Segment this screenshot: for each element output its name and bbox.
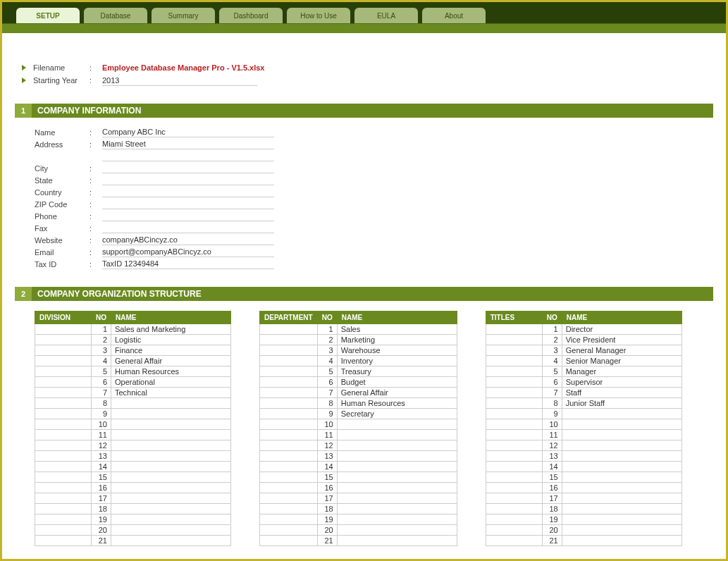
table-cell-name[interactable]: Director bbox=[562, 324, 681, 335]
table-cell[interactable] bbox=[35, 388, 92, 398]
table-cell[interactable] bbox=[35, 472, 92, 483]
table-cell-name[interactable] bbox=[562, 451, 681, 462]
table-cell[interactable] bbox=[260, 324, 318, 335]
table-cell[interactable] bbox=[486, 324, 542, 335]
table-cell-name[interactable] bbox=[337, 472, 457, 483]
table-cell-name[interactable] bbox=[337, 451, 457, 462]
table-cell[interactable] bbox=[260, 462, 318, 472]
table-cell-name[interactable] bbox=[111, 398, 231, 409]
table-cell-name[interactable] bbox=[337, 419, 457, 430]
table-cell-name[interactable] bbox=[111, 472, 231, 483]
table-cell[interactable] bbox=[35, 377, 92, 388]
table-cell-name[interactable]: Secretary bbox=[337, 409, 457, 419]
form-value[interactable]: Miami Street bbox=[102, 139, 274, 149]
table-cell[interactable] bbox=[260, 525, 318, 536]
table-cell[interactable] bbox=[260, 430, 318, 440]
table-cell-name[interactable]: General Affair bbox=[337, 388, 457, 398]
table-cell-name[interactable]: Junior Staff bbox=[562, 398, 681, 409]
table-cell-name[interactable]: Budget bbox=[337, 377, 457, 388]
table-cell[interactable] bbox=[260, 377, 318, 388]
table-cell-name[interactable] bbox=[562, 504, 681, 514]
table-cell-name[interactable] bbox=[562, 493, 681, 504]
table-cell[interactable] bbox=[35, 398, 92, 409]
table-cell[interactable] bbox=[35, 430, 92, 440]
table-cell-name[interactable]: Supervisor bbox=[562, 377, 681, 388]
table-cell[interactable] bbox=[486, 409, 542, 419]
table-cell-name[interactable] bbox=[111, 514, 231, 525]
table-cell[interactable] bbox=[486, 514, 542, 525]
table-cell[interactable] bbox=[35, 356, 92, 366]
table-cell[interactable] bbox=[35, 514, 92, 525]
table-cell[interactable] bbox=[260, 483, 318, 493]
table-cell-name[interactable] bbox=[337, 504, 457, 514]
table-cell[interactable] bbox=[35, 536, 92, 546]
table-cell-name[interactable] bbox=[562, 419, 681, 430]
table-cell-name[interactable]: General Manager bbox=[562, 345, 681, 356]
table-cell-name[interactable] bbox=[562, 472, 681, 483]
table-cell-name[interactable] bbox=[111, 440, 231, 451]
table-cell-name[interactable]: Finance bbox=[111, 345, 231, 356]
table-cell-name[interactable] bbox=[337, 483, 457, 493]
table-cell-name[interactable] bbox=[337, 493, 457, 504]
form-value[interactable]: companyABCincyz.co bbox=[102, 235, 274, 245]
table-cell[interactable] bbox=[260, 536, 318, 546]
table-cell[interactable] bbox=[260, 451, 318, 462]
table-cell[interactable] bbox=[260, 388, 318, 398]
table-cell-name[interactable]: Operational bbox=[111, 377, 231, 388]
table-cell-name[interactable]: Manager bbox=[562, 366, 681, 377]
table-cell-name[interactable] bbox=[111, 430, 231, 440]
table-cell-name[interactable]: Sales bbox=[337, 324, 457, 335]
table-cell[interactable] bbox=[35, 451, 92, 462]
table-cell-name[interactable] bbox=[562, 462, 681, 472]
table-cell-name[interactable] bbox=[111, 462, 231, 472]
table-cell[interactable] bbox=[486, 356, 542, 366]
table-cell[interactable] bbox=[486, 536, 542, 546]
table-cell[interactable] bbox=[486, 335, 542, 345]
form-value[interactable] bbox=[102, 211, 274, 221]
table-cell-name[interactable]: Senior Manager bbox=[562, 356, 681, 366]
tab-about[interactable]: About bbox=[422, 8, 486, 23]
tab-summary[interactable]: Summary bbox=[152, 8, 215, 23]
table-cell-name[interactable] bbox=[337, 440, 457, 451]
tab-howtouse[interactable]: How to Use bbox=[287, 8, 350, 23]
table-cell[interactable] bbox=[260, 504, 318, 514]
table-cell[interactable] bbox=[486, 493, 542, 504]
table-cell-name[interactable] bbox=[111, 504, 231, 514]
table-cell-name[interactable] bbox=[562, 525, 681, 536]
tab-dashboard[interactable]: Dashboard bbox=[219, 8, 283, 23]
table-cell[interactable] bbox=[486, 525, 542, 536]
table-cell-name[interactable]: Marketing bbox=[337, 335, 457, 345]
table-cell-name[interactable] bbox=[111, 493, 231, 504]
table-cell-name[interactable]: General Affair bbox=[111, 356, 231, 366]
table-cell[interactable] bbox=[260, 440, 318, 451]
table-cell[interactable] bbox=[260, 493, 318, 504]
table-cell[interactable] bbox=[486, 462, 542, 472]
form-value[interactable] bbox=[102, 223, 274, 233]
table-cell[interactable] bbox=[35, 419, 92, 430]
table-cell-name[interactable] bbox=[111, 419, 231, 430]
table-cell-name[interactable] bbox=[562, 430, 681, 440]
table-cell[interactable] bbox=[35, 324, 92, 335]
table-cell[interactable] bbox=[35, 483, 92, 493]
table-cell[interactable] bbox=[260, 419, 318, 430]
table-cell[interactable] bbox=[35, 345, 92, 356]
starting-year-value[interactable]: 2013 bbox=[102, 75, 257, 86]
table-cell-name[interactable] bbox=[337, 430, 457, 440]
table-cell[interactable] bbox=[35, 493, 92, 504]
table-cell[interactable] bbox=[486, 451, 542, 462]
table-cell-name[interactable]: Human Resources bbox=[337, 398, 457, 409]
form-value[interactable] bbox=[102, 175, 274, 185]
table-cell[interactable] bbox=[486, 345, 542, 356]
table-cell[interactable] bbox=[486, 504, 542, 514]
table-cell-name[interactable] bbox=[111, 451, 231, 462]
table-cell[interactable] bbox=[486, 366, 542, 377]
table-cell-name[interactable] bbox=[111, 525, 231, 536]
table-cell[interactable] bbox=[260, 356, 318, 366]
table-cell-name[interactable]: Technical bbox=[111, 388, 231, 398]
table-cell-name[interactable] bbox=[562, 514, 681, 525]
table-cell[interactable] bbox=[260, 472, 318, 483]
tab-setup[interactable]: SETUP bbox=[16, 8, 80, 23]
form-value[interactable]: support@companyABCincyz.co bbox=[102, 247, 274, 257]
tab-eula[interactable]: EULA bbox=[354, 8, 418, 23]
table-cell[interactable] bbox=[486, 398, 542, 409]
